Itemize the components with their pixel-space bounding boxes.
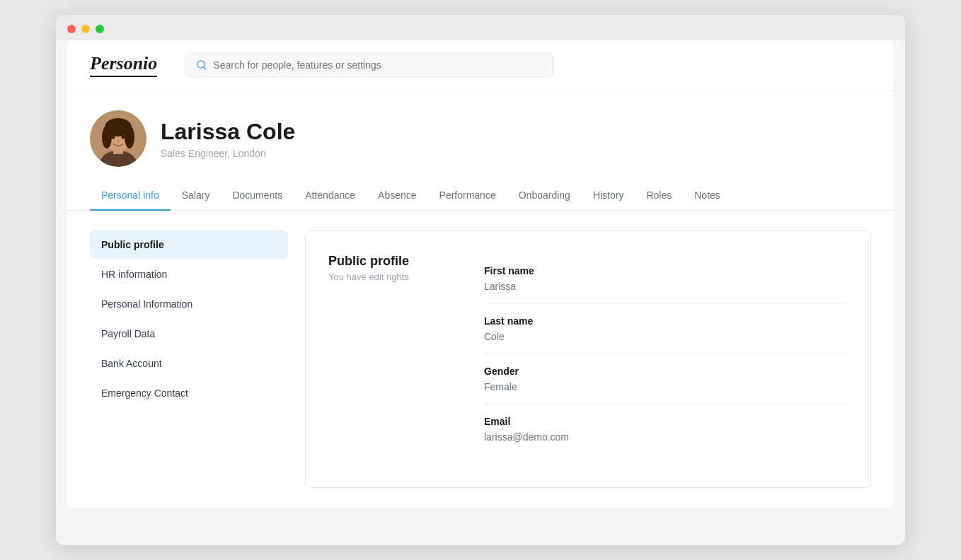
tab-history[interactable]: History	[582, 181, 635, 211]
tab-absence[interactable]: Absence	[367, 181, 427, 211]
field-label-first-name: First name	[484, 265, 848, 276]
sidebar-item-personal-information[interactable]: Personal Information	[90, 290, 288, 318]
tab-salary[interactable]: Salary	[171, 181, 221, 211]
browser-window: Personio	[56, 15, 905, 545]
field-value-last-name: Cole	[484, 331, 848, 342]
close-dot[interactable]	[67, 25, 76, 33]
field-row-email: Emaillarissa@demo.com	[484, 404, 848, 454]
svg-line-1	[204, 67, 207, 70]
sidebar-item-hr-information[interactable]: HR information	[90, 260, 288, 288]
profile-subtitle: Sales Engineer, London	[161, 148, 295, 159]
field-row-last-name: Last nameCole	[484, 304, 848, 354]
field-value-first-name: Larissa	[484, 281, 848, 292]
search-icon	[196, 59, 207, 71]
field-value-email: larissa@demo.com	[484, 431, 848, 443]
sidebar-item-public-profile[interactable]: Public profile	[90, 231, 288, 259]
profile-section: Larissa Cole Sales Engineer, London	[67, 91, 894, 167]
tab-documents[interactable]: Documents	[221, 181, 294, 211]
nav-tabs: Personal infoSalaryDocumentsAttendanceAb…	[67, 181, 894, 211]
main-content: Public profileHR informationPersonal Inf…	[67, 211, 894, 508]
search-bar[interactable]	[185, 53, 553, 77]
tab-notes[interactable]: Notes	[683, 181, 732, 211]
tab-roles[interactable]: Roles	[635, 181, 683, 211]
content-section-subtitle: You have edit rights	[328, 272, 442, 282]
field-label-last-name: Last name	[484, 315, 848, 327]
field-label-email: Email	[484, 416, 848, 427]
field-label-gender: Gender	[484, 366, 848, 377]
content-panel: Public profile You have edit rights Firs…	[305, 231, 871, 488]
field-row-first-name: First nameLarissa	[484, 254, 848, 304]
tab-onboarding[interactable]: Onboarding	[507, 181, 582, 211]
sidebar-item-emergency-contact[interactable]: Emergency Contact	[90, 379, 288, 407]
content-section-title: Public profile	[328, 254, 442, 269]
browser-body: Personio	[67, 40, 894, 508]
field-row-gender: GenderFemale	[484, 354, 848, 404]
content-header: Public profile You have edit rights Firs…	[328, 254, 848, 454]
profile-name: Larissa Cole	[161, 118, 295, 145]
minimize-dot[interactable]	[81, 25, 90, 33]
svg-point-8	[102, 126, 112, 148]
svg-point-9	[125, 126, 134, 148]
sidebar: Public profileHR informationPersonal Inf…	[90, 231, 288, 488]
content-title-section: Public profile You have edit rights	[328, 254, 442, 282]
tab-attendance[interactable]: Attendance	[294, 181, 367, 211]
svg-point-11	[122, 136, 125, 139]
app-logo: Personio	[90, 53, 157, 77]
search-input[interactable]	[213, 59, 543, 71]
fields-section: First nameLarissaLast nameColeGenderFema…	[484, 254, 848, 454]
svg-point-10	[112, 136, 115, 139]
tab-performance[interactable]: Performance	[428, 181, 507, 211]
maximize-dot[interactable]	[96, 25, 104, 33]
tab-personal-info[interactable]: Personal info	[90, 181, 171, 211]
avatar-image	[90, 110, 146, 167]
sidebar-item-payroll-data[interactable]: Payroll Data	[90, 320, 288, 348]
field-value-gender: Female	[484, 381, 848, 392]
sidebar-item-bank-account[interactable]: Bank Account	[90, 349, 288, 378]
svg-point-12	[117, 141, 120, 143]
browser-chrome	[56, 15, 905, 40]
profile-info: Larissa Cole Sales Engineer, London	[161, 118, 295, 159]
avatar	[90, 110, 146, 167]
app-header: Personio	[67, 40, 894, 91]
